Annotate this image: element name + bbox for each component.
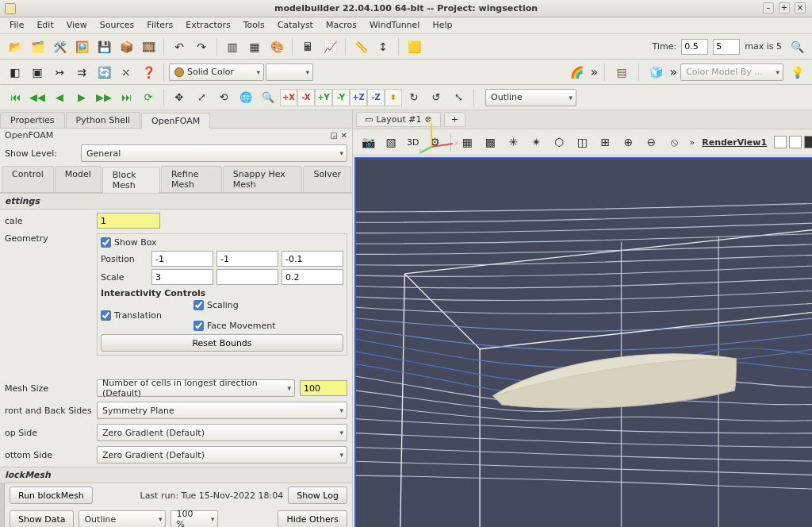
selection-globe-icon[interactable]: 🌐 (236, 87, 256, 108)
translation-checkbox[interactable]: Translation (101, 300, 162, 331)
view-mode-icon[interactable]: 🧊 (645, 62, 666, 83)
view-snap-icon[interactable]: ▧ (381, 132, 401, 152)
open-settings-icon[interactable]: 🛠️ (49, 37, 70, 57)
scale-z-input[interactable] (282, 269, 343, 285)
ruler-icon[interactable]: 📏 (350, 37, 371, 57)
component-combo[interactable] (266, 63, 313, 81)
scaling-checkbox[interactable]: Scaling (193, 300, 276, 310)
position-z-input[interactable] (282, 251, 343, 267)
save-data-icon[interactable]: 💾 (94, 37, 114, 57)
tab-properties[interactable]: Properties (0, 112, 65, 128)
ruler-small-icon[interactable]: ↕ (373, 37, 393, 57)
delete-icon[interactable]: ⤬ (116, 62, 136, 83)
pipeline-show-icon[interactable]: ▣ (27, 62, 48, 83)
highlight-icon[interactable]: 🟨 (404, 37, 424, 57)
color-model-by-combo[interactable]: Color Model By ... (680, 63, 783, 81)
disconnect-icon[interactable]: ▦ (244, 37, 265, 57)
axis-plus-x-icon[interactable]: +X (280, 89, 297, 106)
reset-downstream-icon[interactable]: ⇉ (71, 62, 92, 83)
time-value-input[interactable] (681, 39, 708, 55)
coloring-combo[interactable]: Solid Color (169, 63, 264, 81)
selection-clear-icon[interactable]: ⟲ (213, 87, 234, 108)
calculator-icon[interactable]: 🖩 (297, 37, 318, 57)
reset-bounds-button[interactable]: Reset Bounds (101, 334, 343, 352)
time-snap-icon[interactable]: 🔍 (787, 37, 807, 57)
zoom-to-data-icon[interactable]: ⤡ (448, 87, 469, 108)
axis-iso-icon[interactable]: ⬍ (385, 89, 402, 106)
top-side-combo[interactable]: Zero Gradient (Default) (97, 424, 347, 441)
expand-icon[interactable]: » (590, 64, 598, 79)
selection-zoom-icon[interactable]: ⤢ (191, 87, 212, 108)
menu-windtunnel[interactable]: WindTunnel (363, 17, 426, 33)
menu-file[interactable]: File (3, 17, 30, 33)
show-data-button[interactable]: Show Data (10, 510, 74, 527)
axis-minus-z-icon[interactable]: -Z (367, 89, 385, 106)
pane-close-icon[interactable]: ✕ (341, 131, 347, 140)
apply-downstream-icon[interactable]: ↣ (49, 62, 70, 83)
subtab-snappy-hex[interactable]: Snappy Hex Mesh (223, 166, 303, 192)
probe-icon[interactable]: 📈 (320, 37, 340, 57)
menu-view[interactable]: View (60, 17, 94, 33)
show-log-button[interactable]: Show Log (288, 487, 347, 504)
extract-icon[interactable]: 📦 (116, 37, 136, 57)
time-frame-input[interactable] (713, 39, 740, 55)
face-movement-checkbox[interactable]: Face Movement (193, 321, 276, 331)
vcr-first-icon[interactable]: ⏮ (5, 87, 25, 108)
position-y-input[interactable] (216, 251, 278, 267)
hide-others-button[interactable]: Hide Others (278, 510, 347, 527)
mesh-size-value-input[interactable] (300, 380, 347, 396)
tab-python-shell[interactable]: Python Shell (66, 112, 140, 128)
subtab-block-mesh[interactable]: Block Mesh (102, 167, 160, 193)
vcr-play-icon[interactable]: ▶ (71, 87, 92, 108)
connect-icon[interactable]: ▥ (222, 37, 243, 57)
reload-icon[interactable]: 🔄 (94, 62, 114, 83)
scale-x-input[interactable] (151, 269, 213, 285)
expand2-icon[interactable]: » (669, 64, 677, 79)
position-x-input[interactable] (151, 251, 213, 267)
vcr-loop-icon[interactable]: ⟳ (138, 87, 159, 108)
selection-interact-icon[interactable]: ✥ (169, 87, 190, 108)
color-palette-icon[interactable]: 🎨 (266, 37, 287, 57)
pane-popout-icon[interactable]: ◲ (330, 131, 337, 140)
reset-camera-icon[interactable]: 🔍 (258, 87, 278, 108)
axis-plus-y-icon[interactable]: +Y (315, 89, 332, 106)
menu-edit[interactable]: Edit (30, 17, 59, 33)
menu-tools[interactable]: Tools (237, 17, 271, 33)
rotate-90-cw-icon[interactable]: ↻ (404, 87, 424, 108)
axis-plus-z-icon[interactable]: +Z (350, 89, 367, 106)
tab-openfoam[interactable]: OpenFOAM (141, 113, 210, 129)
mesh-size-method-combo[interactable]: Number of cells in longest direction (De… (97, 379, 295, 397)
show-box-checkbox[interactable]: Show Box (101, 237, 343, 248)
axis-minus-y-icon[interactable]: -Y (332, 89, 350, 106)
save-animation-icon[interactable]: 🎞️ (138, 37, 159, 57)
vcr-stepfwd-icon[interactable]: ▶▶ (94, 87, 114, 108)
subtab-refine-mesh[interactable]: Refine Mesh (161, 166, 222, 192)
vcr-back-icon[interactable]: ◀◀ (27, 87, 48, 108)
open-folder-icon[interactable]: 🗂️ (27, 37, 48, 57)
vcr-stepback-icon[interactable]: ◀ (49, 87, 70, 108)
menu-catalyst[interactable]: Catalyst (271, 17, 320, 33)
subtab-control[interactable]: Control (2, 166, 54, 192)
redo-icon[interactable]: ↷ (191, 37, 212, 57)
open-file-icon[interactable]: 📂 (5, 37, 25, 57)
front-back-combo[interactable]: Symmetry Plane (97, 402, 347, 419)
light-bulb-icon[interactable]: 💡 (787, 62, 807, 83)
scale-input[interactable] (97, 213, 160, 229)
undo-icon[interactable]: ↶ (169, 37, 190, 57)
menu-filters[interactable]: Filters (140, 17, 179, 33)
query-icon[interactable]: ❓ (138, 62, 159, 83)
window-maximize-button[interactable]: + (779, 2, 790, 13)
pipeline-hide-icon[interactable]: ◧ (5, 62, 25, 83)
color-map-editor-icon[interactable]: ▤ (611, 62, 632, 83)
bottom-side-combo[interactable]: Zero Gradient (Default) (97, 446, 347, 464)
rotate-90-ccw-icon[interactable]: ↺ (426, 87, 446, 108)
axis-minus-x-icon[interactable]: -X (297, 89, 315, 106)
menu-sources[interactable]: Sources (94, 17, 141, 33)
scale-y-input[interactable] (216, 269, 278, 285)
menu-help[interactable]: Help (426, 17, 458, 33)
menu-extractors[interactable]: Extractors (179, 17, 236, 33)
show-level-combo[interactable]: General (81, 144, 347, 162)
render-view[interactable]: x y z p -0.4 0 0.9 (354, 157, 812, 527)
percent-spinner[interactable]: 100 % (170, 510, 218, 527)
surface-lookup-icon[interactable]: 🌈 (566, 62, 587, 83)
